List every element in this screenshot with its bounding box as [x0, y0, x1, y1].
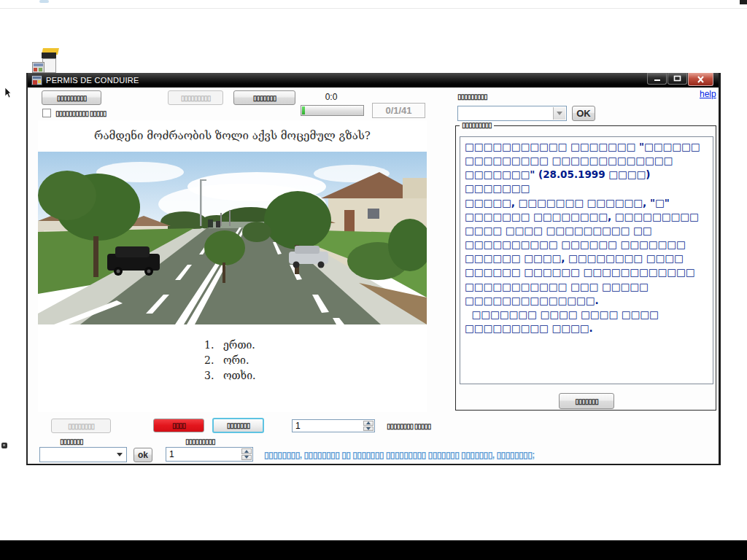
minimize-button[interactable]: [647, 73, 667, 85]
ticket-combobox-dropdown[interactable]: [113, 448, 125, 461]
comment-groupbox: ▯▯▯▯▯▯▯▯▯ □□□□□□□□□□□ □□□□□□□ "□□□□□□ □□…: [455, 125, 716, 411]
screen-bottom-bar: [0, 540, 747, 560]
answer-text: ერთი.: [223, 339, 255, 351]
answer-text: ორი.: [223, 354, 249, 366]
app-icon: [31, 75, 42, 85]
mark-checkbox[interactable]: [42, 109, 51, 117]
ticket-combo-label: ▯▯▯▯▯▯▯: [60, 438, 83, 446]
answer-option-2[interactable]: 2. ორი.: [204, 354, 255, 366]
maximize-button[interactable]: [667, 73, 687, 85]
progress-bar: [301, 105, 364, 116]
timer-label: 0:0: [309, 92, 353, 102]
answer-number: 2.: [204, 354, 223, 366]
comment-text: □□□□□□□□□□□ □□□□□□□ "□□□□□□ □□□□□□□□□ □□…: [460, 136, 713, 384]
answer-option-3[interactable]: 3. ოთხი.: [204, 370, 255, 381]
screen-top-artifact: [39, 0, 49, 3]
question-text: რამდენი მოძრაობის ზოლი აქვს მოცემულ გზას…: [38, 129, 427, 142]
answer-option-1[interactable]: 1. ერთი.: [204, 339, 255, 351]
question-spinner[interactable]: 1: [166, 447, 253, 462]
selector-label: ▯▯▯▯▯▯▯▯▯: [457, 93, 487, 101]
question-counter: 0/1/41: [372, 103, 425, 118]
bottom-button-disabled: ▯▯▯▯▯▯▯▯: [51, 419, 111, 433]
selector-combobox-dropdown[interactable]: [553, 107, 565, 120]
window-title: PERMIS DE CONDUIRE: [46, 76, 139, 85]
arrow-down-icon: [366, 427, 371, 430]
toolbar-button-3[interactable]: ▯▯▯▯▯▯▯: [233, 90, 295, 105]
selector-combobox[interactable]: [457, 106, 567, 121]
arrow-up-icon: [366, 421, 371, 424]
app-window: PERMIS DE CONDUIRE help ▯▯▯▯▯▯▯▯▯ ▯▯▯▯▯▯…: [26, 73, 721, 465]
toolbar-button-1[interactable]: ▯▯▯▯▯▯▯▯▯: [42, 90, 101, 105]
close-button[interactable]: [688, 73, 713, 86]
comment-button[interactable]: ▯▯▯▯▯▯▯: [559, 393, 614, 409]
stop-button[interactable]: ▯▯▯▯: [153, 419, 204, 432]
mark-checkbox-label: ▯▯▯▯▯▯▯▯▯▯ ▯▯▯▯▯: [55, 109, 106, 117]
street-photo: [38, 152, 427, 324]
close-icon: [697, 76, 705, 83]
title-bar[interactable]: PERMIS DE CONDUIRE: [28, 73, 719, 88]
arrow-down-icon: [244, 456, 249, 459]
question-panel: რამდენი მოძრაობის ზოლი აქვს მოცემულ გზას…: [38, 120, 427, 412]
spinner-up-button[interactable]: [241, 448, 252, 454]
ticket-combobox[interactable]: [39, 447, 127, 462]
question-spinner-value[interactable]: 1: [169, 449, 174, 459]
desktop-icon-fragment: [42, 52, 56, 58]
answer-button[interactable]: ▯▯▯▯▯▯▯: [212, 418, 264, 433]
answer-spinner-value[interactable]: 1: [295, 421, 301, 431]
comment-groupbox-label: ▯▯▯▯▯▯▯▯▯: [460, 121, 494, 129]
arrow-up-icon: [244, 450, 249, 453]
status-text: ▯▯▯▯▯▯▯▯, ▯▯▯▯▯▯▯▯ ▯▯ ▯▯▯▯▯▯▯ ▯▯▯▯▯▯▯▯▯ …: [264, 450, 535, 460]
chevron-down-icon: [557, 112, 562, 115]
spinner-up-button[interactable]: [363, 421, 374, 426]
mouse-cursor-icon: [4, 88, 13, 99]
progress-chunk: [302, 106, 305, 114]
selector-ok-button[interactable]: OK: [572, 106, 595, 121]
desktop-edge-line: [0, 8, 747, 9]
screen-corner-artifact: [740, 0, 747, 4]
spinner-down-button[interactable]: [241, 455, 252, 461]
toolbar-button-2: ▯▯▯▯▯▯▯▯▯: [168, 90, 223, 105]
question-spinner-label: ▯▯▯▯▯▯▯▯▯: [185, 438, 215, 446]
help-link[interactable]: help: [700, 89, 716, 99]
answer-text: ოთხი.: [223, 370, 255, 381]
answer-number: 3.: [204, 370, 223, 381]
maximize-icon: [673, 75, 681, 82]
minimize-icon: [654, 75, 661, 82]
answer-spinner-label: ▯▯▯▯▯▯▯▯ ▯▯▯▯▯: [387, 422, 430, 430]
chevron-down-icon: [117, 453, 123, 456]
answers-list: 1. ერთი. 2. ორი. 3. ოთხი.: [204, 339, 255, 385]
desktop-icon-fragment: [32, 62, 44, 73]
spinner-down-button[interactable]: [363, 427, 374, 432]
ok-button[interactable]: ok: [133, 448, 152, 462]
desktop-icon-small: [1, 443, 7, 448]
answer-number: 1.: [204, 339, 223, 351]
answer-spinner[interactable]: 1: [292, 419, 375, 432]
